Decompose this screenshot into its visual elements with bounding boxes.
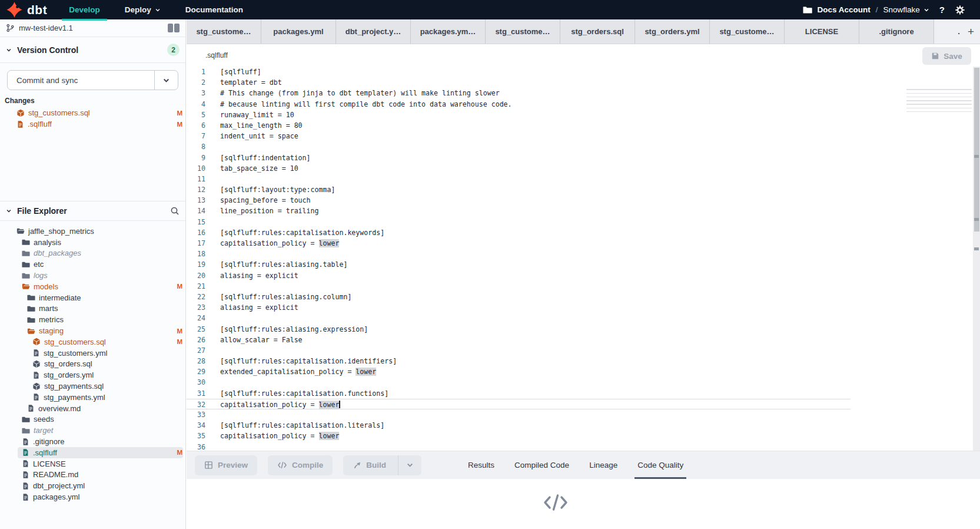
tree-item-etc[interactable]: etc xyxy=(0,259,185,270)
editor-tab[interactable]: stg_orders.sql xyxy=(560,19,635,44)
menu-deploy[interactable]: Deploy xyxy=(112,0,173,19)
search-icon[interactable] xyxy=(170,206,180,216)
panel-tab-compiled-code[interactable]: Compiled Code xyxy=(504,451,579,479)
build-button[interactable]: Build xyxy=(343,455,421,475)
code-line-11[interactable]: 11 xyxy=(187,174,851,184)
editor-tab[interactable]: dbt_project.y… xyxy=(336,19,411,44)
code-line-3[interactable]: 3# This change (from jinja to dbt templa… xyxy=(187,88,851,98)
code-line-28[interactable]: 28[sqlfluff:rules:capitalisation.identif… xyxy=(187,356,851,366)
code-line-2[interactable]: 2templater = dbt xyxy=(187,77,851,88)
save-button[interactable]: Save xyxy=(922,47,971,65)
tree-item-packages-yml[interactable]: packages.yml xyxy=(0,491,185,502)
new-tab-button[interactable]: + xyxy=(968,26,974,37)
tree-item-target[interactable]: target xyxy=(0,425,185,436)
menu-develop[interactable]: Develop xyxy=(57,0,112,19)
tree-item-analysis[interactable]: analysis xyxy=(0,237,185,248)
tree-item-stg-orders-sql[interactable]: stg_orders.sql xyxy=(0,359,185,370)
menu-documentation[interactable]: Documentation xyxy=(173,0,255,19)
code-line-1[interactable]: 1[sqlfluff] xyxy=(187,67,851,77)
code-line-13[interactable]: 13spacing_before = touch xyxy=(187,195,851,206)
editor-tab[interactable]: stg_custome… xyxy=(187,19,261,44)
code-line-25[interactable]: 25[sqlfluff:rules:aliasing.expression] xyxy=(187,324,851,335)
code-line-18[interactable]: 18 xyxy=(187,249,851,259)
commit-options-button[interactable] xyxy=(154,71,178,90)
panel-tab-code-quality[interactable]: Code Quality xyxy=(627,451,693,479)
code-line-23[interactable]: 23aliasing = explicit xyxy=(187,302,851,313)
code-line-35[interactable]: 35capitalisation_policy = lower xyxy=(187,431,851,441)
gear-icon[interactable] xyxy=(955,5,965,15)
tree-item-seeds[interactable]: seeds xyxy=(0,414,185,425)
tree-item-stg-customers-sql[interactable]: stg_customers.sqlM xyxy=(0,336,185,348)
code-line-36[interactable]: 36 xyxy=(187,442,851,451)
code-editor[interactable]: 1[sqlfluff]2templater = dbt3# This chang… xyxy=(187,67,980,451)
tree-item-license[interactable]: LICENSE xyxy=(0,458,185,470)
code-line-19[interactable]: 19[sqlfluff:rules:aliasing.table] xyxy=(187,259,851,270)
preview-button[interactable]: Preview xyxy=(195,455,257,475)
file-explorer-header[interactable]: File Explorer xyxy=(0,201,185,221)
tree-item-jaffle-shop-metrics[interactable]: jaffle_shop_metrics xyxy=(0,226,185,237)
editor-tab[interactable]: .gitignore xyxy=(859,19,934,44)
code-line-21[interactable]: 21 xyxy=(187,281,851,292)
code-line-15[interactable]: 15 xyxy=(187,217,851,227)
code-line-22[interactable]: 22[sqlfluff:rules:aliasing.column] xyxy=(187,292,851,302)
code-line-10[interactable]: 10tab_space_size = 10 xyxy=(187,163,851,174)
commit-and-sync-button[interactable]: Commit and sync xyxy=(7,70,178,90)
code-line-31[interactable]: 31[sqlfluff:rules:capitalisation.functio… xyxy=(187,388,851,399)
code-line-16[interactable]: 16[sqlfluff:rules:capitalisation.keyword… xyxy=(187,227,851,238)
editor-tab[interactable]: stg_orders.yml xyxy=(635,19,710,44)
code-line-7[interactable]: 7indent_unit = space xyxy=(187,131,851,141)
tree-item-dbt-project-yml[interactable]: dbt_project.yml xyxy=(0,480,185,491)
code-line-26[interactable]: 26allow_scalar = False xyxy=(187,335,851,345)
tree-item-models[interactable]: modelsM xyxy=(0,281,185,292)
tree-item-readme-md[interactable]: README.md xyxy=(0,470,185,481)
code-line-8[interactable]: 8 xyxy=(187,141,851,152)
split-panes-icon[interactable] xyxy=(168,24,180,32)
editor-tab[interactable]: LICENSE xyxy=(785,19,859,44)
panel-tab-results[interactable]: Results xyxy=(458,451,504,479)
tree-item--sqlfluff[interactable]: .sqlfluffM xyxy=(0,447,185,458)
tree-item-overview-md[interactable]: overview.md xyxy=(0,403,185,414)
editor-tab-partial[interactable]: . xyxy=(958,27,960,36)
connection-name[interactable]: Snowflake xyxy=(883,5,929,14)
code-line-4[interactable]: 4# because linting will first compile db… xyxy=(187,99,851,110)
compile-button[interactable]: Compile xyxy=(268,455,333,475)
code-line-29[interactable]: 29extended_capitalisation_policy = lower xyxy=(187,366,851,377)
code-line-24[interactable]: 24 xyxy=(187,313,851,323)
tree-item-staging[interactable]: stagingM xyxy=(0,325,185,336)
code-line-27[interactable]: 27 xyxy=(187,345,851,356)
code-line-6[interactable]: 6max_line_length = 80 xyxy=(187,120,851,131)
editor-tab[interactable]: stg_custome… xyxy=(710,19,785,44)
tree-item-dbt-packages[interactable]: dbt_packages xyxy=(0,248,185,259)
build-options-button[interactable] xyxy=(398,455,421,475)
tree-item-stg-payments-sql[interactable]: stg_payments.sql xyxy=(0,381,185,392)
tree-item-stg-payments-yml[interactable]: stg_payments.yml xyxy=(0,392,185,403)
code-line-17[interactable]: 17capitalisation_policy = lower xyxy=(187,238,851,249)
change-item[interactable]: stg_customers.sqlM xyxy=(0,107,185,118)
panel-tab-lineage[interactable]: Lineage xyxy=(579,451,627,479)
code-line-5[interactable]: 5runaway_limit = 10 xyxy=(187,110,851,120)
code-line-12[interactable]: 12[sqlfluff:layout:type:comma] xyxy=(187,184,851,195)
help-button[interactable]: ? xyxy=(938,5,946,15)
editor-tab[interactable]: packages.ym… xyxy=(411,19,486,44)
tree-item-logs[interactable]: logs xyxy=(0,270,185,281)
version-control-header[interactable]: Version Control 2 xyxy=(0,37,185,63)
account-switcher[interactable]: Docs Account / Snowflake xyxy=(803,5,929,14)
code-line-9[interactable]: 9[sqlfluff:indentation] xyxy=(187,153,851,163)
editor-tab[interactable]: packages.yml xyxy=(261,19,336,44)
change-item[interactable]: .sqlfluffM xyxy=(0,118,185,130)
code-line-30[interactable]: 30 xyxy=(187,377,851,388)
scrollbar-thumb[interactable] xyxy=(974,68,979,232)
code-line-20[interactable]: 20aliasing = explicit xyxy=(187,270,851,281)
tree-item-stg-orders-yml[interactable]: stg_orders.yml xyxy=(0,369,185,381)
tree-item-metrics[interactable]: metrics xyxy=(0,314,185,325)
editor-scrollbar[interactable] xyxy=(973,67,980,451)
code-line-32[interactable]: 32capitalisation_policy = lower xyxy=(187,399,851,409)
tree-item-marts[interactable]: marts xyxy=(0,303,185,315)
tree-item--gitignore[interactable]: .gitignore xyxy=(0,436,185,447)
code-line-34[interactable]: 34[sqlfluff:rules:capitalisation.literal… xyxy=(187,420,851,431)
editor-tab[interactable]: stg_custome… xyxy=(486,19,560,44)
code-line-33[interactable]: 33 xyxy=(187,409,851,420)
tree-item-intermediate[interactable]: intermediate xyxy=(0,292,185,303)
minimap[interactable] xyxy=(906,71,972,115)
code-line-14[interactable]: 14line_position = trailing xyxy=(187,206,851,216)
